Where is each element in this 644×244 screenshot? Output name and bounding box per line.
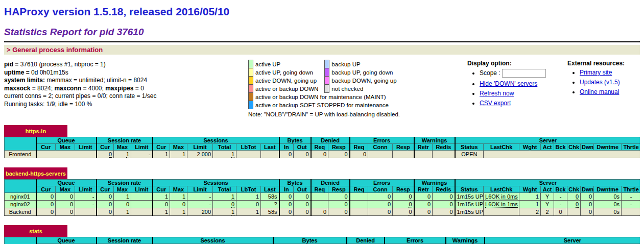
external-resource-item: Online manual [580, 88, 640, 95]
cell-rate-max: 1 [114, 193, 131, 201]
hide-down-servers-link[interactable]: Hide 'DOWN' servers [480, 80, 537, 87]
cell-rate-max: 1 [114, 208, 131, 216]
col-wredis: Redis [433, 186, 455, 193]
col-eresp: Resp [393, 186, 414, 193]
legend-label: active UP [253, 60, 325, 68]
tooltip-value: L6OK in 0ms [485, 193, 518, 200]
cell-scur: 1 [153, 151, 170, 158]
scope-label: Scope : [480, 69, 500, 77]
tooltip-value: 1 [231, 209, 234, 215]
col-downtime: Dwntme [594, 144, 622, 151]
cell-weight: 1 [519, 201, 541, 208]
col-ereq: Req [350, 144, 368, 151]
cell-ereq [350, 208, 368, 216]
col-qlimit: Limit [75, 186, 97, 193]
cell-eresp: 0 [393, 201, 414, 208]
col-econ: Conn [368, 144, 393, 151]
divider [4, 41, 640, 42]
legend-label: backup UP, going down [329, 68, 403, 77]
proxy-name-link[interactable]: backend-https-servers [6, 170, 66, 177]
col-dreq: Req [311, 144, 328, 151]
cell-dresp: 0 [328, 151, 350, 158]
tooltip-value: 0 [409, 209, 412, 215]
row-nginx01: nginx0100-0111-1158s00000001m15s UPL6OK … [5, 193, 640, 201]
page-title: HAProxy version 1.5.18, released 2016/05… [4, 6, 640, 18]
csv-export-link[interactable]: CSV export [480, 100, 511, 107]
scope-input[interactable] [502, 69, 546, 78]
col-scur: Cur [153, 144, 170, 151]
cell-dresp: 0 [328, 201, 350, 208]
cell-bytes-in: 0 [279, 208, 294, 216]
proxy-tab: stats [4, 225, 67, 237]
cell-eresp: 0 [393, 208, 414, 216]
online-manual-link[interactable]: Online manual [580, 88, 619, 95]
legend-row: active or backup SOFT STOPPED for mainte… [249, 101, 403, 109]
col-throttle: Thrtle [622, 186, 640, 193]
col-act: Act [541, 144, 554, 151]
cell-dreq: 0 [311, 208, 328, 216]
col-group-errors: Errors [350, 137, 414, 144]
display-option-item: CSV export [480, 100, 567, 107]
legend-swatch [325, 85, 329, 93]
tooltip-value: 0 [409, 193, 412, 200]
cell-smax: 1 [170, 193, 187, 201]
process-info-line: system limits: memmax = unlimited; ulimi… [4, 77, 248, 85]
updates-v1-5-link[interactable]: Updates (v1.5) [580, 79, 620, 86]
display-options: Display option: Scope :Hide 'DOWN' serve… [467, 59, 567, 109]
cell-dreq [311, 193, 328, 201]
cell-stot: 1 [213, 208, 236, 216]
cell-slim: 2 000 [187, 151, 213, 158]
cell-ereq: 0 [350, 151, 368, 158]
row-nginx02: nginx0200-0000-00?00000001m15s UPL6OK in… [5, 201, 640, 208]
row-name-link[interactable]: Frontend [5, 151, 36, 158]
cell-slim: 200 [187, 208, 213, 216]
cell-bck: 0 [554, 208, 567, 216]
col-group-bytes: Bytes [279, 180, 311, 186]
cell-wredis [433, 151, 455, 158]
tooltip-value: 0 [231, 201, 234, 208]
external-resource-item: Updates (v1.5) [580, 79, 640, 86]
row-name-link[interactable]: nginx01 [5, 193, 36, 201]
col-chk: Chk [567, 144, 581, 151]
col-rate-max: Max [114, 186, 131, 193]
cell-wretr [414, 151, 433, 158]
col-bck: Bck [554, 144, 567, 151]
col-group-errors: Errors [350, 180, 414, 186]
proxy-name-link[interactable]: https-in [26, 128, 46, 134]
col-last: Last [261, 186, 279, 193]
legend-swatch [249, 77, 253, 85]
cell-bytes-out: 0 [294, 193, 311, 201]
haproxy-version-link[interactable]: HAProxy version 1.5.18, released 2016/05… [4, 6, 229, 17]
row-name-link[interactable]: Backend [5, 208, 36, 216]
process-info-line: maxsock = 8024; maxconn = 4000; maxpipes… [4, 85, 248, 93]
legend-swatch [249, 60, 253, 68]
primary-site-link[interactable]: Primary site [580, 69, 612, 76]
cell-last: 58s [261, 193, 279, 201]
cell-rate-limit [131, 193, 153, 201]
refresh-now-link[interactable]: Refresh now [480, 90, 514, 97]
col-group-session-rate: Session rate [97, 180, 153, 186]
cell-lbtot [236, 151, 261, 158]
col-group-denied: Denied [311, 137, 350, 144]
col-bytes-out: Out [294, 186, 311, 193]
col-lbtot: LbTot [236, 144, 261, 151]
col-slim: Limit [187, 144, 213, 151]
tooltip-value: 0 [409, 201, 412, 208]
col-group-session-rate: Session rate [97, 237, 153, 244]
col-bytes-in: In [279, 144, 294, 151]
cell-act: 2 [541, 208, 554, 216]
stats-table-stats: QueueSession rateSessionsBytesDeniedErro… [4, 237, 640, 244]
proxy-name-link[interactable]: stats [29, 228, 42, 234]
process-info: pid = 37610 (process #1, nbproc = 1)upti… [4, 59, 248, 108]
column-group-header-row: QueueSession rateSessionsBytesDeniedErro… [5, 180, 640, 186]
col-bck: Bck [554, 186, 567, 193]
legend-row: active UP, going downbackup UP, going do… [249, 68, 403, 77]
cell-dresp: 0 [328, 208, 350, 216]
cell-wretr: 0 [414, 201, 433, 208]
row-name-link[interactable]: nginx02 [5, 201, 36, 208]
proxy-backend-https-servers: backend-https-serversQueueSession rateSe… [4, 167, 640, 216]
cell-econ [368, 151, 393, 158]
col-smax: Max [170, 186, 187, 193]
tooltip-value: L6OK in 1ms [485, 201, 518, 208]
external-resource-item: Primary site [580, 69, 640, 76]
